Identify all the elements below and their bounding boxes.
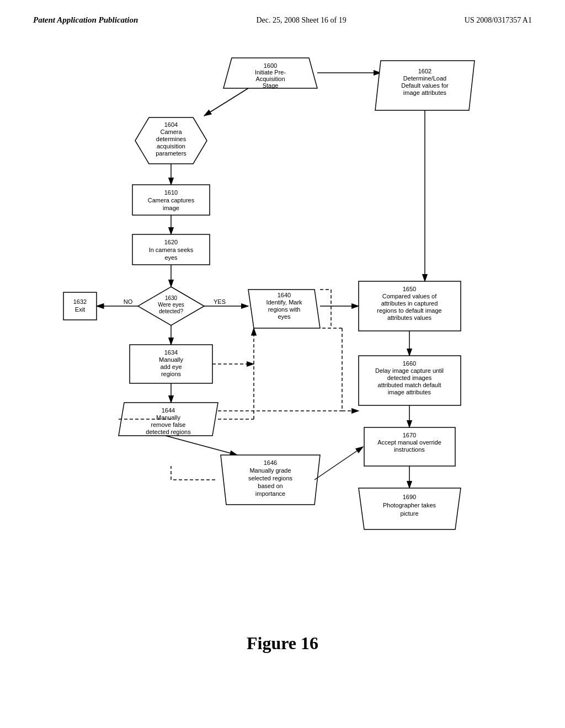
- svg-line-86: [166, 436, 237, 455]
- diagram-area: 1600 Initiate Pre- Acquisition Stage 160…: [0, 36, 565, 670]
- svg-text:image attributes: image attributes: [403, 89, 447, 96]
- svg-text:Were eyes: Were eyes: [158, 302, 184, 308]
- svg-text:Photographer takes: Photographer takes: [383, 502, 436, 508]
- svg-text:Delay image capture until: Delay image capture until: [375, 367, 444, 374]
- svg-text:NO: NO: [124, 298, 133, 305]
- header: Patent Application Publication Dec. 25, …: [0, 0, 565, 30]
- svg-text:picture: picture: [400, 510, 418, 517]
- svg-text:Compared values of: Compared values of: [382, 293, 437, 299]
- svg-text:In camera seeks: In camera seeks: [149, 247, 194, 253]
- flowchart-svg: 1600 Initiate Pre- Acquisition Stage 160…: [0, 36, 565, 670]
- svg-text:based on: based on: [258, 483, 282, 489]
- svg-text:Determine/Load: Determine/Load: [403, 75, 446, 82]
- svg-text:1602: 1602: [418, 68, 431, 74]
- svg-text:regions to default image: regions to default image: [377, 307, 441, 314]
- svg-text:Identify, Mark: Identify, Mark: [266, 299, 302, 306]
- svg-text:parameters: parameters: [156, 150, 186, 157]
- svg-text:Acquisition: Acquisition: [255, 76, 285, 82]
- svg-text:attributed match default: attributed match default: [378, 382, 441, 388]
- svg-text:image: image: [163, 205, 179, 211]
- svg-text:regions with: regions with: [268, 306, 301, 313]
- svg-text:1646: 1646: [264, 459, 277, 466]
- svg-text:1670: 1670: [403, 432, 416, 438]
- svg-text:1644: 1644: [162, 407, 175, 414]
- svg-text:1600: 1600: [264, 62, 277, 69]
- svg-text:Manually grade: Manually grade: [249, 467, 291, 474]
- svg-text:Camera captures: Camera captures: [148, 197, 195, 204]
- svg-line-93: [315, 447, 363, 480]
- svg-text:importance: importance: [255, 490, 285, 497]
- svg-text:1650: 1650: [403, 286, 416, 292]
- svg-text:detected?: detected?: [159, 308, 183, 314]
- svg-text:detected regions: detected regions: [146, 429, 191, 435]
- header-center: Dec. 25, 2008 Sheet 16 of 19: [256, 16, 346, 25]
- svg-line-7: [204, 88, 248, 116]
- svg-text:Stage: Stage: [263, 82, 279, 89]
- figure-caption: Figure 16: [0, 633, 565, 654]
- header-right: US 2008/0317357 A1: [465, 16, 532, 25]
- svg-text:eyes: eyes: [164, 254, 178, 261]
- svg-text:determines: determines: [156, 136, 186, 142]
- svg-text:eyes: eyes: [278, 313, 291, 320]
- svg-text:1610: 1610: [164, 189, 178, 196]
- svg-text:1620: 1620: [164, 239, 178, 245]
- svg-text:1632: 1632: [73, 298, 87, 305]
- svg-text:1640: 1640: [278, 292, 291, 298]
- svg-text:1690: 1690: [403, 494, 416, 500]
- svg-text:attributes values: attributes values: [387, 314, 432, 321]
- svg-text:Manually: Manually: [156, 414, 181, 421]
- svg-text:1634: 1634: [164, 349, 178, 356]
- svg-text:remove false: remove false: [151, 421, 186, 428]
- svg-text:Camera: Camera: [160, 129, 182, 135]
- svg-text:attributes in captured: attributes in captured: [381, 300, 438, 307]
- svg-text:add eye: add eye: [160, 363, 182, 370]
- svg-text:1604: 1604: [164, 121, 178, 128]
- header-left: Patent Application Publication: [33, 15, 138, 25]
- svg-text:Accept manual override: Accept manual override: [377, 439, 441, 446]
- svg-text:selected regions: selected regions: [248, 475, 293, 481]
- svg-text:Exit: Exit: [75, 306, 85, 313]
- svg-text:instructions: instructions: [394, 446, 425, 453]
- svg-text:Manually: Manually: [159, 356, 184, 363]
- svg-text:Initiate Pre-: Initiate Pre-: [255, 69, 286, 76]
- svg-text:detected images: detected images: [387, 374, 432, 381]
- svg-text:Default values for: Default values for: [401, 82, 449, 89]
- svg-text:image attributes: image attributes: [388, 389, 431, 395]
- svg-text:regions: regions: [161, 371, 182, 377]
- svg-text:1630: 1630: [165, 295, 178, 301]
- svg-text:YES: YES: [214, 298, 226, 305]
- svg-text:1660: 1660: [403, 360, 416, 367]
- svg-text:acquisition: acquisition: [157, 143, 185, 149]
- page: Patent Application Publication Dec. 25, …: [0, 0, 565, 728]
